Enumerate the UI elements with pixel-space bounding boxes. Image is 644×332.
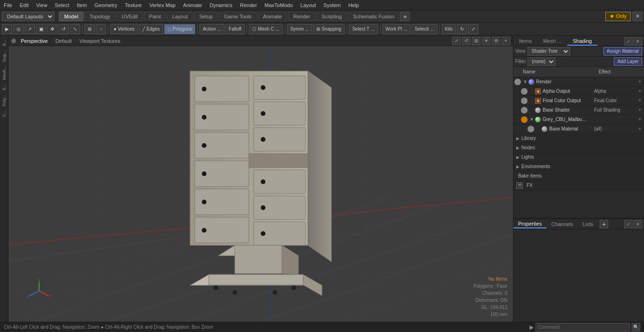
tool-arrow-btn[interactable]: ↗: [25, 24, 35, 34]
vertices-button[interactable]: ● Vertices: [110, 24, 138, 34]
base-shader-dropdown[interactable]: ▼: [636, 107, 643, 113]
layout-tab-topology[interactable]: Topology: [84, 12, 116, 21]
layout-close-button[interactable]: ✕: [633, 12, 642, 21]
grey-cbu-expand[interactable]: ▼: [529, 117, 535, 122]
command-arrow[interactable]: ▶: [529, 324, 534, 331]
viewport-textures-label[interactable]: Viewport Textures: [76, 38, 123, 44]
snapping-button[interactable]: ⊞ Snapping: [313, 24, 345, 34]
layout-tab-scripting[interactable]: Scripting: [316, 12, 347, 21]
alpha-dropdown[interactable]: ▼: [636, 88, 643, 95]
filter-dropdown[interactable]: (none): [528, 57, 555, 66]
tool-box-btn[interactable]: ▣: [36, 24, 46, 34]
menu-maxtomodo[interactable]: MaxToModo: [261, 1, 297, 9]
menu-select[interactable]: Select: [51, 1, 73, 9]
work-pl-button[interactable]: Work Pl ...: [382, 24, 411, 34]
left-tab-c[interactable]: C...: [1, 108, 8, 119]
final-color-dropdown[interactable]: ▼: [636, 97, 643, 104]
action-button[interactable]: Action ...: [199, 24, 224, 34]
layout-tab-uvedit[interactable]: UVEdit: [116, 12, 143, 21]
st-row-grey-cbu[interactable]: ▼ Grey_CBU_Mailbo... ▼: [513, 115, 644, 124]
st-section-environments[interactable]: ▶ Environments: [513, 162, 644, 171]
base-material-vis-dot[interactable]: [528, 126, 534, 132]
st-section-fx[interactable]: 🎬 FX: [513, 181, 644, 190]
menu-view[interactable]: View: [33, 1, 51, 9]
render-expand[interactable]: ▼: [522, 79, 528, 85]
layout-tab-animate[interactable]: Animate: [258, 12, 287, 21]
rp-bottom-tab-lists[interactable]: Lists: [578, 220, 598, 228]
rp-icon-close[interactable]: ✕: [634, 37, 642, 46]
tool-square-btn[interactable]: ⊞: [84, 24, 95, 34]
layout-add-button[interactable]: +: [400, 12, 410, 21]
alpha-vis-dot[interactable]: [521, 88, 528, 95]
render-dropdown[interactable]: ▼: [636, 79, 643, 85]
layout-tab-model[interactable]: Model: [59, 12, 83, 21]
st-row-alpha-output[interactable]: ▣ Alpha Output Alpha ▼: [513, 87, 644, 96]
layout-tab-setup[interactable]: Setup: [194, 12, 218, 21]
viewport-icon-refresh[interactable]: ↺: [462, 37, 471, 45]
rp-icon-expand[interactable]: ⤢: [624, 37, 633, 46]
st-row-render[interactable]: ▼ Render ▼: [513, 77, 644, 87]
command-search-btn[interactable]: 🔍: [632, 323, 640, 332]
render-vis-dot[interactable]: [514, 79, 521, 85]
st-row-base-shader[interactable]: Base Shader Full Shading ▼: [513, 105, 644, 115]
mesh-button[interactable]: ⬡ Mesh C ...: [249, 24, 283, 34]
menu-layout[interactable]: Layout: [297, 1, 320, 9]
final-color-vis-dot[interactable]: [521, 97, 528, 104]
viewport-perspective-label[interactable]: Perspective: [18, 38, 50, 44]
menu-vertex-map[interactable]: Vertex Map: [146, 1, 180, 9]
layout-dropdown[interactable]: Default Layouts: [2, 12, 54, 21]
left-tab-e[interactable]: E...: [1, 82, 8, 92]
st-section-nodes[interactable]: ▶ Nodes: [513, 143, 644, 153]
menu-dynamics[interactable]: Dynamics: [206, 1, 236, 9]
menu-texture[interactable]: Texture: [121, 1, 146, 9]
assign-material-button[interactable]: Assign Material: [603, 47, 642, 56]
menu-file[interactable]: File: [0, 1, 16, 9]
star-only-button[interactable]: ★ Only: [605, 12, 631, 21]
menu-system[interactable]: System: [320, 1, 345, 9]
menu-render[interactable]: Render: [236, 1, 261, 9]
add-layer-button[interactable]: Add Layer: [614, 57, 642, 66]
layout-tab-paint[interactable]: Paint: [144, 12, 166, 21]
final-color-expand[interactable]: [529, 98, 535, 104]
menu-animate[interactable]: Animate: [179, 1, 206, 9]
layout-tab-gametools[interactable]: Game Tools: [219, 12, 257, 21]
viewport-toggle-dot[interactable]: [11, 39, 16, 43]
base-shader-vis-dot[interactable]: [521, 107, 528, 113]
grey-cbu-vis-dot[interactable]: [521, 116, 528, 123]
left-tab-basic[interactable]: B...: [1, 38, 8, 48]
st-section-lights[interactable]: ▶ Lights: [513, 153, 644, 162]
st-section-library[interactable]: ▶ Library: [513, 134, 644, 143]
layout-tab-render[interactable]: Render: [288, 12, 315, 21]
base-shader-expand[interactable]: [529, 107, 535, 113]
alpha-expand[interactable]: [529, 89, 535, 94]
menu-geometry[interactable]: Geometry: [91, 1, 121, 9]
st-section-bake-items[interactable]: Bake Items: [513, 171, 644, 181]
tool-scale-btn[interactable]: ⤡: [70, 24, 80, 34]
view-dropdown[interactable]: Shader Tree: [528, 47, 570, 56]
tool-select-btn[interactable]: ▶: [2, 24, 12, 34]
viewport-icon-settings[interactable]: ⚙: [492, 37, 500, 45]
grey-cbu-dropdown[interactable]: ▼: [636, 116, 643, 123]
tool-circle-btn[interactable]: ◎: [13, 24, 24, 34]
symmetry-button[interactable]: Symm ...: [287, 24, 312, 34]
menu-help[interactable]: Help: [345, 1, 363, 9]
select-t-button[interactable]: Select T ...: [349, 24, 378, 34]
polygons-button[interactable]: ◻ Polygons: [164, 24, 195, 34]
left-tab-dup[interactable]: Dup...: [1, 49, 8, 64]
rp-tab-mesh[interactable]: Mesh ...: [537, 37, 567, 46]
left-tab-mesh[interactable]: Mesh...: [1, 64, 8, 82]
rp-bottom-tab-channels[interactable]: Channels: [546, 220, 578, 228]
tool-rot-btn[interactable]: ↺: [58, 24, 69, 34]
maximize-btn[interactable]: ⤢: [468, 24, 479, 34]
base-material-expand[interactable]: [536, 126, 541, 132]
viewport-icon-plus[interactable]: +: [502, 37, 510, 45]
rotate-display-btn[interactable]: ↻: [457, 24, 467, 34]
command-input[interactable]: [536, 323, 630, 332]
rp-bottom-add-button[interactable]: +: [600, 220, 608, 228]
base-material-dropdown[interactable]: ▼: [636, 126, 643, 132]
layout-tab-layout[interactable]: Layout: [167, 12, 193, 21]
edges-button[interactable]: ╱ Edges: [139, 24, 163, 34]
scene-canvas[interactable]: X Y Z No Items Polygons : Face Channels:…: [8, 46, 513, 322]
viewport-icon-expand[interactable]: ⤢: [452, 37, 461, 45]
selecti-button[interactable]: Selecti ...: [412, 24, 438, 34]
